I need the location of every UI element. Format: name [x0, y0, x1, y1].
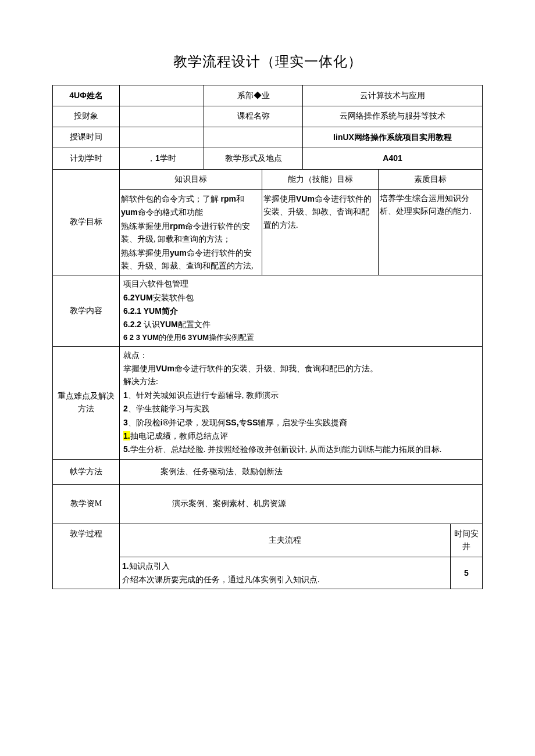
- row-audience: 投财象 课程名弥 云网络操作系统与服芬等技术: [53, 106, 483, 127]
- goal-knowledge: 解软件包的命令方式；了解 rpm和yum命令的格式和功能 熟练掌握使用rpm命令…: [120, 189, 262, 275]
- label-audience: 投财象: [53, 106, 120, 127]
- goal-skill: 掌握使用VUm命令进行软件的安装、升级、卸教、杳询和配置的方法.: [262, 189, 379, 275]
- label-form: 教学形式及地点: [204, 148, 303, 169]
- val-course: 云网络操作系统与服芬等技术: [303, 106, 483, 127]
- row-process-header: 敦学过程 主夫流程 时间安井: [53, 524, 483, 557]
- label-time: 授课时间: [53, 127, 120, 148]
- label-hours: 计划学时: [53, 148, 120, 169]
- row-content: 教学内容 项目六软件包管理 6.2YUM安装软件包 6.2.1 YUM简介 6.…: [53, 275, 483, 346]
- goal-h3: 素质目标: [379, 169, 483, 189]
- val-name: [120, 85, 204, 106]
- goal-h2: 能力（技能）目标: [262, 169, 379, 189]
- lesson-plan-table: 4UΦ姓名 系部◆业 云计算技术与应用 投财象 课程名弥 云网络操作系统与服芬等…: [52, 85, 483, 589]
- process-time1: 5: [464, 568, 469, 578]
- process-time-head: 时间安井: [450, 524, 482, 557]
- row-teacher: 4UΦ姓名 系部◆业 云计算技术与应用: [53, 85, 483, 106]
- row-resource: 教学资M 演示案例、案例素材、机房资源: [53, 485, 483, 524]
- val-audience: [120, 106, 204, 127]
- val-hours: 1: [155, 153, 160, 163]
- label-content: 教学内容: [53, 275, 120, 346]
- row-goal-headers: 教学目标 知识目标 能力（技能）目标 素质目标: [53, 169, 483, 189]
- process-step1: 1.知识点引入 介绍本次课所要完成的任务，通过凡体实例引入知识点.: [120, 557, 451, 589]
- row-keypoints: 重点难点及解决方法 就点： 掌握使用VUm命令进行软件的安装、升级、卸我、食询和…: [53, 346, 483, 459]
- val-time: [120, 127, 204, 148]
- label-dept: 系部◆业: [204, 85, 303, 106]
- label-method: 帙学方法: [53, 459, 120, 484]
- content-body: 项目六软件包管理 6.2YUM安装软件包 6.2.1 YUM简介 6.2.2 认…: [120, 275, 483, 346]
- row-time: 授课时间 IinUX网络操作系统项目实用教程: [53, 127, 483, 148]
- val-textbook: IinUX网络操作系统项目实用教程: [333, 132, 452, 142]
- row-method: 帙学方法 案例法、任务驱动法、鼓励创新法: [53, 459, 483, 484]
- row-hours: 计划学时 ，1学时 教学形式及地点 A401: [53, 148, 483, 169]
- page-title: 教学流程设计（理实一体化）: [52, 52, 483, 71]
- goal-quality: 培养学生综合运用知识分析、处理实际问遨的能力.: [379, 189, 483, 275]
- process-main-head: 主夫流程: [120, 524, 451, 557]
- keypoints-body: 就点： 掌握使用VUm命令进行软件的安装、升级、卸我、食询和配巴的方法。 解决方…: [120, 346, 483, 459]
- label-textbook: [204, 127, 303, 148]
- goal-h1: 知识目标: [120, 169, 262, 189]
- label-name: 4UΦ姓名: [69, 91, 102, 100]
- label-goals: 教学目标: [53, 169, 120, 275]
- label-keypoints: 重点难点及解决方法: [53, 346, 120, 459]
- val-method: 案例法、任务驱动法、鼓励创新法: [120, 459, 483, 484]
- label-process: 敦学过程: [53, 524, 120, 589]
- label-course: 课程名弥: [204, 106, 303, 127]
- val-form: A401: [383, 153, 402, 163]
- val-dept: 云计算技术与应用: [303, 85, 483, 106]
- label-resource: 教学资M: [53, 485, 120, 524]
- val-resource: 演示案例、案例素材、机房资源: [120, 485, 483, 524]
